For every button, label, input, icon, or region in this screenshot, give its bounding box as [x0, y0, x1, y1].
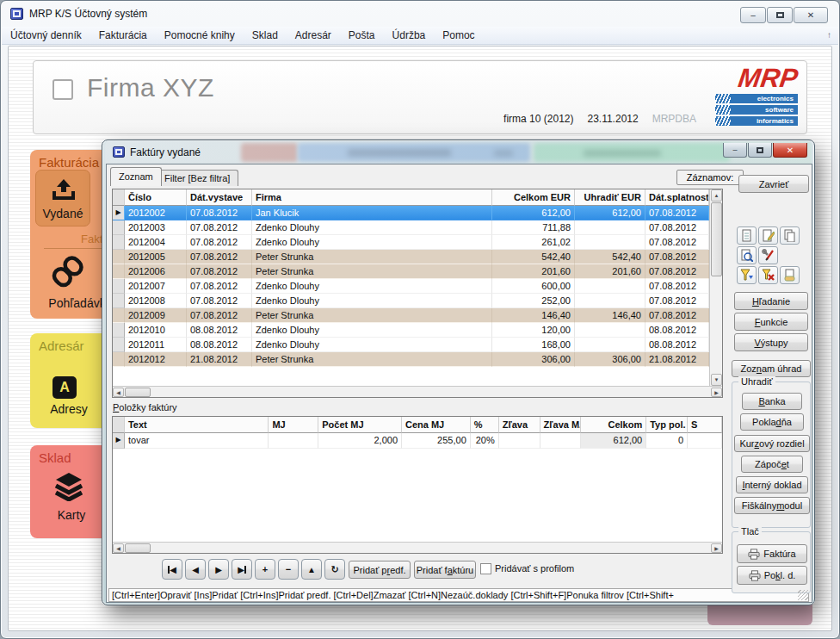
item-row[interactable]: ▶ tovar 2,000 255,00 20% 612,00 0: [113, 433, 722, 449]
copy-documents-button[interactable]: [780, 226, 800, 245]
karty-button[interactable]: Karty: [39, 508, 104, 522]
menu-posta[interactable]: Pošta: [340, 27, 384, 45]
dialog-titlebar[interactable]: Faktúry vydané – ✕: [105, 141, 812, 164]
nav-prev-button[interactable]: ◀: [185, 559, 206, 580]
tlac-faktura-button[interactable]: Faktúra: [737, 544, 807, 563]
col-dat-vystave[interactable]: Dát.vystave: [187, 189, 252, 206]
profile-checkbox[interactable]: [480, 563, 491, 574]
zavriet-button[interactable]: Zavrieť: [738, 175, 809, 193]
col-dat-splatnosti[interactable]: Dát.splatnosti: [645, 189, 709, 206]
row-pointer-icon: ▶: [113, 206, 125, 220]
col-celkom[interactable]: Celkom: [581, 417, 646, 433]
funkcie-button[interactable]: Funkcie: [734, 313, 808, 331]
fiskalny-modul-button[interactable]: Fiškálny modul: [734, 497, 810, 514]
invoice-row[interactable]: 2012006 07.08.2012 Peter Strunka 201,60 …: [113, 264, 722, 279]
col-percent[interactable]: %: [471, 417, 499, 433]
send-document-button[interactable]: [780, 266, 800, 284]
edit-document-button[interactable]: [758, 226, 778, 245]
resize-grip[interactable]: [798, 590, 808, 600]
col-uhradit-eur[interactable]: Uhradiť EUR: [575, 189, 645, 206]
tlac-pokl-d-button[interactable]: Pokl. d.: [737, 566, 807, 585]
invoice-row[interactable]: 2012005 07.08.2012 Peter Strunka 542,40 …: [113, 250, 722, 264]
nav-last-button[interactable]: ▶: [232, 559, 252, 580]
scroll-left-icon[interactable]: ◀: [113, 388, 124, 397]
scroll-left-icon[interactable]: ◀: [113, 543, 124, 553]
nav-edit-button[interactable]: ▲: [301, 559, 322, 580]
pridat-predf-button[interactable]: Pridať predf.: [349, 561, 411, 579]
invoice-row[interactable]: 2012008 07.08.2012 Zdenko Dlouhy 252,00 …: [113, 294, 722, 308]
cell: 261,02: [492, 235, 575, 250]
scrollbar-thumb[interactable]: [125, 388, 151, 397]
menu-overflow-arrow-icon[interactable]: ↑: [827, 30, 831, 40]
invoice-row-selected[interactable]: ▶ 2012002 07.08.2012 Jan Klucik 612,00 6…: [113, 206, 722, 220]
scrollbar-thumb[interactable]: [125, 543, 151, 553]
col-pocet-mj[interactable]: Počet MJ: [318, 417, 402, 433]
invoice-row[interactable]: 2012007 07.08.2012 Zdenko Dlouhy 600,00 …: [113, 279, 722, 294]
menu-udrzba[interactable]: Údržba: [384, 27, 435, 45]
invoice-row[interactable]: 2012012 21.08.2012 Peter Strunka 306,00 …: [113, 352, 722, 367]
invoice-row[interactable]: 2012011 08.08.2012 Zdenko Dlouhy 168,00 …: [113, 338, 722, 352]
menu-fakturacia[interactable]: Fakturácia: [90, 27, 156, 45]
tab-filter[interactable]: Filter [Bez filtra]: [156, 170, 238, 186]
vertical-scrollbar[interactable]: ▲ ▼: [709, 189, 722, 386]
menu-pomocne-knihy[interactable]: Pomocné knihy: [156, 27, 244, 45]
col-typ-pol[interactable]: Typ pol.: [646, 417, 688, 433]
settings-tools-button[interactable]: [758, 246, 778, 264]
col-text[interactable]: Text: [125, 417, 269, 433]
minimize-button[interactable]: –: [740, 7, 766, 23]
new-document-button[interactable]: [737, 226, 757, 245]
col-celkom-eur[interactable]: Celkom EUR: [492, 189, 575, 206]
records-count-button[interactable]: Záznamov:: [676, 170, 744, 185]
scroll-right-icon[interactable]: ▶: [711, 543, 722, 553]
menu-adresar[interactable]: Adresár: [287, 27, 340, 45]
nav-first-button[interactable]: ◀: [162, 559, 182, 580]
scrollbar-thumb[interactable]: [711, 202, 722, 276]
col-zlava[interactable]: Zľava: [499, 417, 540, 433]
vystupy-button[interactable]: Výstupy: [734, 333, 808, 351]
vydane-button[interactable]: Vydané: [35, 170, 90, 226]
filter-clear-button[interactable]: [758, 266, 778, 284]
horizontal-scrollbar[interactable]: ◀ ▶: [113, 386, 722, 397]
col-cislo[interactable]: Číslo: [125, 189, 187, 206]
preview-document-button[interactable]: [737, 246, 757, 264]
nav-refresh-button[interactable]: ↻: [324, 559, 345, 580]
invoice-row[interactable]: 2012004 07.08.2012 Zdenko Dlouhy 261,02 …: [113, 235, 722, 250]
menu-uctovny-dennik[interactable]: Účtovný denník: [2, 27, 90, 45]
col-cena-mj[interactable]: Cena MJ: [402, 417, 471, 433]
banka-button[interactable]: Banka: [742, 393, 802, 410]
dialog-maximize-button[interactable]: [748, 143, 772, 158]
interny-doklad-button[interactable]: Interný doklad: [736, 476, 808, 493]
main-titlebar[interactable]: MRP K/S Účtovný systém – ✕: [1, 1, 839, 27]
col-firma[interactable]: Firma: [252, 189, 492, 206]
nav-next-button[interactable]: ▶: [208, 559, 229, 580]
col-zlava-m[interactable]: Zľava M.: [540, 417, 582, 433]
kurzovy-rozdiel-button[interactable]: Kurzový rozdiel: [734, 435, 810, 452]
logo-tagline-electronics: electronics: [715, 94, 798, 103]
col-mj[interactable]: MJ: [269, 417, 318, 433]
pokladna-button[interactable]: Pokladňa: [740, 413, 804, 431]
horizontal-scrollbar[interactable]: ◀ ▶: [113, 542, 722, 553]
invoice-row[interactable]: 2012003 07.08.2012 Zdenko Dlouhy 711,88 …: [113, 220, 722, 235]
filter-button[interactable]: [737, 266, 757, 284]
nav-delete-button[interactable]: −: [278, 559, 299, 580]
tab-zoznam[interactable]: Zoznam: [110, 167, 162, 186]
col-s[interactable]: S: [688, 417, 722, 433]
close-button[interactable]: ✕: [794, 7, 828, 23]
scroll-up-icon[interactable]: ▲: [711, 189, 722, 202]
scroll-right-icon[interactable]: ▶: [711, 388, 722, 397]
menu-pomoc[interactable]: Pomoc: [434, 27, 483, 45]
nav-add-button[interactable]: +: [255, 559, 275, 580]
hladanie-button[interactable]: Hľadanie: [734, 292, 808, 310]
zapocet-button[interactable]: Zápočet: [741, 456, 803, 473]
invoice-row[interactable]: 2012009 07.08.2012 Peter Strunka 146,40 …: [113, 308, 722, 323]
cell: 2012012: [125, 352, 187, 367]
adresy-button[interactable]: Adresy: [37, 402, 101, 416]
menu-sklad[interactable]: Sklad: [244, 27, 287, 45]
invoice-row[interactable]: 2012010 08.08.2012 Zdenko Dlouhy 120,00 …: [113, 323, 722, 338]
scroll-down-icon[interactable]: ▼: [711, 374, 722, 386]
zoznam-uhrad-button[interactable]: Zoznam úhrad: [732, 360, 811, 377]
dialog-minimize-button[interactable]: –: [723, 143, 747, 158]
pridat-fakturu-button[interactable]: Pridať faktúru: [414, 561, 476, 579]
maximize-button[interactable]: [767, 7, 793, 23]
dialog-close-button[interactable]: ✕: [773, 143, 807, 158]
